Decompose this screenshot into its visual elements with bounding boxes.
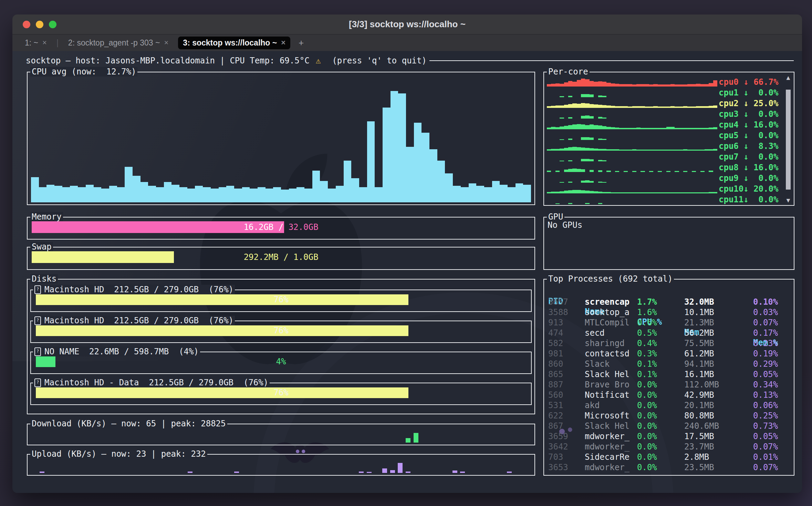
core-cpu3-bar <box>585 115 589 119</box>
core-cpu4-bar <box>653 128 657 129</box>
new-tab-button[interactable]: + <box>295 38 307 48</box>
process-row[interactable]: 981contactsd0.3%61.2MB0.19% <box>544 348 794 359</box>
process-row[interactable]: 622Microsoft0.0%80.8MB0.25% <box>544 411 794 421</box>
core-cpu9-bar <box>585 180 589 183</box>
core-cpu0-bar <box>649 84 653 87</box>
core-cpu0-slot <box>658 78 662 87</box>
tab-3[interactable]: 3: socktop ws://localho ~× <box>178 37 290 49</box>
tab-2[interactable]: 2: socktop_agent -p 303 ~× <box>63 37 173 49</box>
core-cpu5-slot <box>598 131 602 140</box>
process-row[interactable]: 867Slack Hel0.0%240.6MB0.73% <box>544 421 794 431</box>
process-row[interactable]: 887Brave Bro0.0%112.0MB0.34% <box>544 380 794 390</box>
core-cpu2-slot <box>560 99 564 108</box>
cpu-history-bar <box>437 161 445 202</box>
download-slot <box>382 427 390 443</box>
download-slot <box>234 427 242 443</box>
process-row[interactable]: 3642mdworker_0.0%23.7MB0.07% <box>544 442 794 452</box>
core-cpu9-bar <box>602 182 606 183</box>
process-pid: 860 <box>548 359 563 369</box>
core-cpu6-bar <box>713 149 717 151</box>
cpu-history-bar <box>101 189 109 202</box>
scroll-down-icon[interactable]: ▼ <box>785 196 792 204</box>
process-row[interactable]: 474secd0.5%56.2MB0.17% <box>544 328 794 338</box>
core-cpu5-slot <box>615 131 619 140</box>
process-mem: 80.8MB <box>684 411 714 421</box>
core-cpu5-slot <box>705 131 709 140</box>
process-row[interactable]: 560Notificat0.0%42.9MB0.13% <box>544 390 794 400</box>
core-cpu6-bar <box>606 149 611 151</box>
process-row[interactable]: 860Slack0.1%94.1MB0.29% <box>544 359 794 369</box>
download-slot <box>468 427 476 443</box>
window-titlebar[interactable]: [3/3] socktop ws://localho ~ <box>12 14 802 34</box>
core-cpu4-slot <box>551 120 555 129</box>
core-cpu1-slot <box>615 88 619 97</box>
upload-slot <box>483 457 491 473</box>
upload-bar <box>460 472 465 473</box>
core-cpu10-bar <box>564 191 568 193</box>
process-row[interactable]: 3659mdworker_0.0%17.5MB0.05% <box>544 431 794 442</box>
core-cpu7-slot <box>581 152 585 161</box>
core-cpu1-slot <box>602 88 606 97</box>
upload-slot <box>460 457 468 473</box>
core-cpu6-bar <box>602 149 606 151</box>
scrollbar-thumb[interactable] <box>786 90 791 190</box>
cpu-history-slot <box>453 76 461 202</box>
cpu-history-bar <box>484 187 492 202</box>
cpu-history-slot <box>328 76 336 202</box>
core-cpu7-slot <box>606 152 611 161</box>
cpu-history-bar <box>476 186 484 202</box>
core-cpu2-slot <box>692 99 696 108</box>
core-cpu6-slot <box>624 142 628 151</box>
core-cpu1-slot <box>700 88 705 97</box>
cpu-history-bar <box>492 181 500 202</box>
core-cpu0-bar <box>564 82 568 87</box>
scroll-up-icon[interactable]: ▲ <box>785 74 792 81</box>
upload-bar <box>234 472 239 473</box>
process-row[interactable]: 3588socktop_a1.6%10.1MB0.03% <box>544 307 794 317</box>
tab-close-icon[interactable]: × <box>281 38 285 47</box>
core-cpu0-slot <box>675 78 679 87</box>
core-cpu10-slot <box>581 184 585 193</box>
core-cpu0-bar <box>705 84 709 87</box>
cpu-history-bar <box>31 177 39 202</box>
process-row[interactable]: 582sharingd0.4%75.5MB0.23% <box>544 338 794 348</box>
terminal-content: socktop — host: Jasons-MBP.localdomain |… <box>12 51 802 493</box>
download-slot <box>304 427 312 443</box>
process-row[interactable]: 3653mdworker_0.0%23.5MB0.07% <box>544 462 794 473</box>
process-row[interactable]: 865Slack Hel0.1%16.1MB0.05% <box>544 369 794 380</box>
download-chart <box>32 427 530 443</box>
per-core-scrollbar[interactable]: ▲ ▼ <box>785 74 792 204</box>
process-row[interactable]: 913MTLCompil0.6%21.3MB0.07% <box>544 317 794 328</box>
core-cpu8-slot <box>581 163 585 172</box>
tab-close-icon[interactable]: × <box>164 38 168 47</box>
core-cpu7-slot <box>687 152 691 161</box>
core-label-cpu11: cpu11↓ 0.0% <box>719 195 778 204</box>
core-cpu11-slot <box>645 195 649 204</box>
process-row[interactable]: 3657screencap1.7%32.0MB0.10% <box>544 297 794 307</box>
process-row[interactable]: 703SidecarRe0.0%2.8MB0.01% <box>544 452 794 462</box>
tab-label: 1: ~ <box>25 38 38 48</box>
process-row[interactable]: 531akd0.0%20.1MB0.06% <box>544 400 794 411</box>
upload-slot <box>102 457 110 473</box>
core-cpu0-bar <box>713 80 717 87</box>
process-name: Slack Hel <box>585 369 629 380</box>
core-cpu5-bar <box>585 137 589 140</box>
download-panel: Download (KB/s) — now: 65 | peak: 28825 <box>27 424 535 445</box>
core-cpu3-slot <box>687 110 691 119</box>
upload-bar <box>382 468 387 473</box>
core-cpu5-slot <box>585 131 589 140</box>
tab-1[interactable]: 1: ~× <box>20 37 52 49</box>
core-cpu2-slot <box>709 99 713 108</box>
memory-used-text: 16.2GB / <box>244 222 284 232</box>
core-cpu7-bar <box>568 160 572 161</box>
tab-close-icon[interactable]: × <box>42 38 47 47</box>
process-pid: 3659 <box>548 431 568 442</box>
download-slot <box>429 427 437 443</box>
core-cpu4-bar <box>547 128 551 129</box>
core-cpu6-slot <box>683 142 687 151</box>
process-table-header: PID Name CPU % Mem Mem % <box>544 286 794 296</box>
core-cpu3-slot <box>619 110 623 119</box>
core-cpu10-slot <box>590 184 594 193</box>
cpu-history-bar <box>54 186 62 202</box>
core-cpu3-slot <box>645 110 649 119</box>
